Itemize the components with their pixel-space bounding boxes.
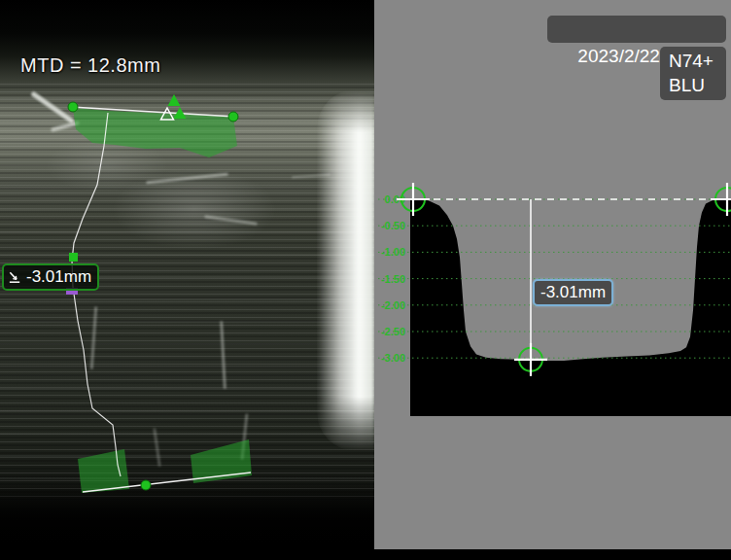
reference-area-patch (191, 439, 252, 483)
y-axis-tick-label: -2.00 (381, 299, 405, 311)
y-axis-tick-label: -1.50 (381, 273, 405, 285)
profile-cut-line (72, 113, 121, 476)
datetime-badge: 2023/2/22 13:16 (547, 16, 726, 43)
active-cursor-triangle[interactable] (168, 94, 181, 106)
measure-endpoint-dot[interactable] (141, 480, 151, 490)
measurement-screen: 0.00-0.50-1.00-1.50-2.00-2.50-3.00 MTD =… (0, 0, 731, 560)
probe-badge: N74+ BLU (660, 47, 726, 100)
measure-endpoint-dot[interactable] (68, 102, 78, 112)
y-axis-tick-label: -2.50 (381, 326, 405, 337)
depth-value: -3.01mm (26, 267, 91, 287)
probe-model: N74+ (669, 49, 726, 73)
y-axis-tick-label: -1.00 (381, 246, 405, 258)
measure-endpoint-dot[interactable] (228, 112, 238, 122)
chart-depth-value: -3.01mm (540, 283, 606, 302)
mtd-readout: MTD = 12.8mm (20, 54, 160, 77)
camera-measurement-annotations (66, 94, 252, 493)
depth-point-marker[interactable] (69, 253, 78, 262)
depth-result-tag: -3.01mm (2, 263, 99, 291)
depth-measure-icon (8, 270, 22, 285)
y-axis-tick-label: -3.00 (381, 352, 405, 364)
annotation-layer: 0.00-0.50-1.00-1.50-2.00-2.50-3.00 (0, 0, 731, 560)
reference-area-patch (78, 449, 129, 493)
probe-mode: BLU (669, 73, 726, 97)
chart-depth-tag: -3.01mm (533, 279, 613, 306)
y-axis-tick-label: -0.50 (381, 220, 405, 231)
depth-profile-silhouette (410, 198, 731, 416)
